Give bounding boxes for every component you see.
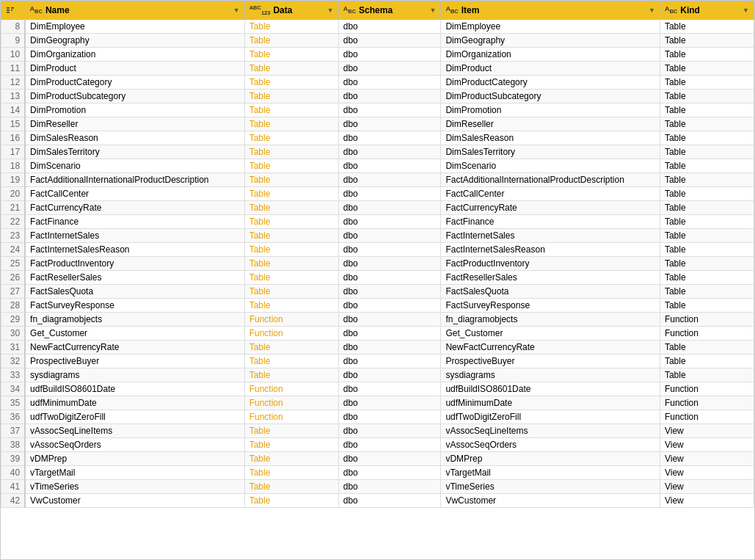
cell-name: VwCustomer bbox=[25, 493, 244, 507]
table-row[interactable]: 14DimPromotionTabledboDimPromotionTable bbox=[1, 103, 754, 117]
table-row[interactable]: 39vDMPrepTabledbovDMPrepView bbox=[1, 451, 754, 465]
cell-kind: Table bbox=[660, 298, 754, 312]
cell-item: DimPromotion bbox=[441, 103, 660, 117]
table-row[interactable]: 28FactSurveyResponseTabledboFactSurveyRe… bbox=[1, 298, 754, 312]
cell-name: FactSurveyResponse bbox=[25, 298, 244, 312]
cell-name: vTimeSeries bbox=[25, 479, 244, 493]
cell-schema: dbo bbox=[338, 423, 441, 437]
table-row[interactable]: 29fn_diagramobjectsFunctiondbofn_diagram… bbox=[1, 312, 754, 326]
cell-item: DimSalesReason bbox=[441, 131, 660, 145]
cell-name: FactAdditionalInternationalProductDescri… bbox=[25, 172, 244, 186]
cell-name: ProspectiveBuyer bbox=[25, 354, 244, 368]
table-row[interactable]: 16DimSalesReasonTabledboDimSalesReasonTa… bbox=[1, 131, 754, 145]
cell-kind: Table bbox=[660, 340, 754, 354]
svg-rect-2 bbox=[7, 12, 10, 13]
table-row[interactable]: 33sysdiagramsTabledbosysdiagramsTable bbox=[1, 368, 754, 382]
cell-item: ProspectiveBuyer bbox=[441, 354, 660, 368]
table-row[interactable]: 30Get_CustomerFunctiondboGet_CustomerFun… bbox=[1, 326, 754, 340]
table-row[interactable]: 22FactFinanceTabledboFactFinanceTable bbox=[1, 214, 754, 228]
data-table: ABC Name ▼ ABC123 Data ▼ bbox=[1, 1, 754, 508]
col-header-name[interactable]: ABC Name ▼ bbox=[25, 1, 244, 20]
col-dropdown-name[interactable]: ▼ bbox=[233, 7, 240, 14]
col-dropdown-item[interactable]: ▼ bbox=[649, 7, 655, 14]
table-row[interactable]: 23FactInternetSalesTabledboFactInternetS… bbox=[1, 228, 754, 242]
cell-data: Table bbox=[244, 131, 338, 145]
cell-kind: Table bbox=[660, 270, 754, 284]
table-row[interactable]: 37vAssocSeqLineItemsTabledbovAssocSeqLin… bbox=[1, 423, 754, 437]
data-table-container[interactable]: ABC Name ▼ ABC123 Data ▼ bbox=[0, 0, 755, 560]
cell-row-number: 24 bbox=[1, 242, 26, 256]
cell-schema: dbo bbox=[338, 159, 441, 172]
cell-item: udfBuildISO8601Date bbox=[441, 382, 660, 396]
cell-row-number: 28 bbox=[1, 298, 26, 312]
table-row[interactable]: 26FactResellerSalesTabledboFactResellerS… bbox=[1, 270, 754, 284]
cell-item: vDMPrep bbox=[441, 451, 660, 465]
cell-item: FactInternetSales bbox=[441, 228, 660, 242]
table-row[interactable]: 24FactInternetSalesReasonTabledboFactInt… bbox=[1, 242, 754, 256]
svg-rect-4 bbox=[11, 10, 12, 11]
table-row[interactable]: 20FactCallCenterTabledboFactCallCenterTa… bbox=[1, 186, 754, 200]
table-row[interactable]: 25FactProductInventoryTabledboFactProduc… bbox=[1, 256, 754, 270]
table-row[interactable]: 36udfTwoDigitZeroFillFunctiondboudfTwoDi… bbox=[1, 410, 754, 423]
col-label-kind: Kind bbox=[680, 5, 700, 15]
cell-kind: Table bbox=[660, 145, 754, 159]
cell-name: DimEmployee bbox=[25, 19, 244, 33]
table-row[interactable]: 17DimSalesTerritoryTabledboDimSalesTerri… bbox=[1, 145, 754, 159]
table-row[interactable]: 41vTimeSeriesTabledbovTimeSeriesView bbox=[1, 479, 754, 493]
cell-kind: Table bbox=[660, 159, 754, 172]
table-row[interactable]: 15DimResellerTabledboDimResellerTable bbox=[1, 117, 754, 131]
cell-name: FactInternetSalesReason bbox=[25, 242, 244, 256]
table-row[interactable]: 38vAssocSeqOrdersTabledbovAssocSeqOrders… bbox=[1, 437, 754, 451]
table-row[interactable]: 11DimProductTabledboDimProductTable bbox=[1, 61, 754, 75]
cell-name: DimOrganization bbox=[25, 47, 244, 61]
table-row[interactable]: 19FactAdditionalInternationalProductDesc… bbox=[1, 172, 754, 186]
table-row[interactable]: 42VwCustomerTabledboVwCustomerView bbox=[1, 493, 754, 507]
cell-name: DimProductCategory bbox=[25, 75, 244, 89]
col-type-icon-item: ABC bbox=[445, 5, 458, 15]
cell-kind: View bbox=[660, 493, 754, 507]
table-row[interactable]: 10DimOrganizationTabledboDimOrganization… bbox=[1, 47, 754, 61]
table-row[interactable]: 35udfMinimumDateFunctiondboudfMinimumDat… bbox=[1, 396, 754, 410]
cell-schema: dbo bbox=[338, 354, 441, 368]
cell-row-number: 29 bbox=[1, 312, 26, 326]
table-row[interactable]: 27FactSalesQuotaTabledboFactSalesQuotaTa… bbox=[1, 284, 754, 298]
col-dropdown-schema[interactable]: ▼ bbox=[429, 7, 436, 14]
table-row[interactable]: 9DimGeographyTabledboDimGeographyTable bbox=[1, 33, 754, 47]
cell-row-number: 19 bbox=[1, 172, 26, 186]
cell-data: Table bbox=[244, 61, 338, 75]
table-row[interactable]: 12DimProductCategoryTabledboDimProductCa… bbox=[1, 75, 754, 89]
cell-schema: dbo bbox=[338, 172, 441, 186]
svg-rect-3 bbox=[11, 7, 14, 9]
cell-data: Table bbox=[244, 19, 338, 33]
cell-schema: dbo bbox=[338, 89, 441, 103]
table-row[interactable]: 8DimEmployeeTabledboDimEmployeeTable bbox=[1, 19, 754, 33]
col-header-kind[interactable]: ABC Kind ▼ bbox=[660, 1, 754, 20]
col-dropdown-kind[interactable]: ▼ bbox=[743, 7, 749, 14]
table-row[interactable]: 31NewFactCurrencyRateTabledboNewFactCurr… bbox=[1, 340, 754, 354]
cell-item: DimProductSubcategory bbox=[441, 89, 660, 103]
cell-name: FactResellerSales bbox=[25, 270, 244, 284]
table-row[interactable]: 40vTargetMailTabledbovTargetMailView bbox=[1, 465, 754, 479]
cell-row-number: 16 bbox=[1, 131, 26, 145]
col-dropdown-data[interactable]: ▼ bbox=[327, 7, 334, 14]
cell-row-number: 20 bbox=[1, 186, 26, 200]
table-row[interactable]: 32ProspectiveBuyerTabledboProspectiveBuy… bbox=[1, 354, 754, 368]
table-row[interactable]: 18DimScenarioTabledboDimScenarioTable bbox=[1, 159, 754, 172]
table-body: 8DimEmployeeTabledboDimEmployeeTable9Dim… bbox=[1, 19, 754, 507]
cell-name: udfMinimumDate bbox=[25, 396, 244, 410]
col-header-item[interactable]: ABC Item ▼ bbox=[441, 1, 660, 20]
cell-row-number: 15 bbox=[1, 117, 26, 131]
table-row[interactable]: 34udfBuildISO8601DateFunctiondboudfBuild… bbox=[1, 382, 754, 396]
cell-data: Function bbox=[244, 312, 338, 326]
table-row[interactable]: 13DimProductSubcategoryTabledboDimProduc… bbox=[1, 89, 754, 103]
cell-data: Table bbox=[244, 89, 338, 103]
cell-data: Table bbox=[244, 437, 338, 451]
cell-name: DimScenario bbox=[25, 159, 244, 172]
table-row[interactable]: 21FactCurrencyRateTabledboFactCurrencyRa… bbox=[1, 200, 754, 214]
col-header-data[interactable]: ABC123 Data ▼ bbox=[244, 1, 338, 20]
cell-schema: dbo bbox=[338, 117, 441, 131]
cell-schema: dbo bbox=[338, 326, 441, 340]
cell-name: vTargetMail bbox=[25, 465, 244, 479]
col-header-schema[interactable]: ABC Schema ▼ bbox=[338, 1, 441, 20]
cell-row-number: 39 bbox=[1, 451, 26, 465]
